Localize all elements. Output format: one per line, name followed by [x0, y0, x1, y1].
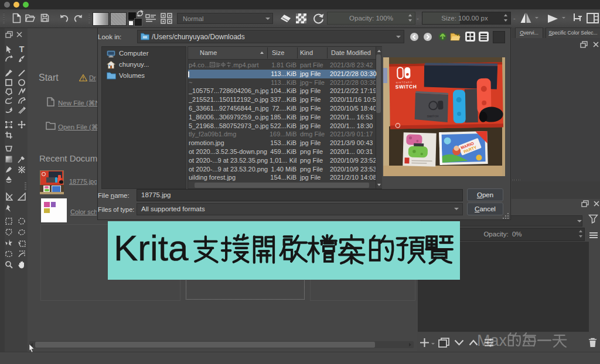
svg-text:SWITCH: SWITCH [427, 114, 439, 118]
svg-text:SWITCH: SWITCH [396, 84, 417, 90]
